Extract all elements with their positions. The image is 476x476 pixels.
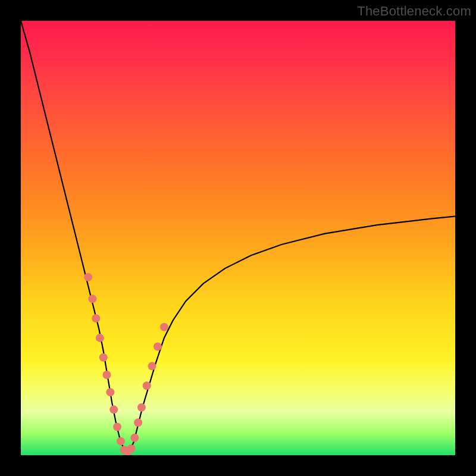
highlight-dot — [92, 314, 100, 322]
chart-stage: TheBottleneck.com — [0, 0, 476, 476]
highlight-dot — [143, 381, 151, 390]
highlight-dot — [160, 323, 168, 331]
highlight-dot — [130, 434, 139, 442]
curve-svg — [21, 21, 455, 455]
highlight-dot — [117, 437, 125, 446]
highlight-dot — [137, 403, 146, 412]
highlight-dot — [84, 273, 92, 281]
highlight-dot — [99, 353, 108, 362]
highlight-dot — [127, 444, 135, 453]
plot-area — [21, 21, 455, 455]
highlight-dot — [103, 371, 111, 379]
highlight-dot — [134, 418, 142, 427]
highlight-dot — [106, 388, 114, 396]
highlight-dot — [96, 334, 104, 342]
highlight-dot — [88, 295, 96, 303]
bottleneck-curve — [21, 21, 455, 451]
highlight-dot — [109, 405, 118, 414]
highlight-dot — [148, 362, 156, 370]
highlight-dot — [154, 343, 162, 351]
highlight-dot — [113, 423, 121, 431]
watermark-text: TheBottleneck.com — [357, 4, 471, 19]
